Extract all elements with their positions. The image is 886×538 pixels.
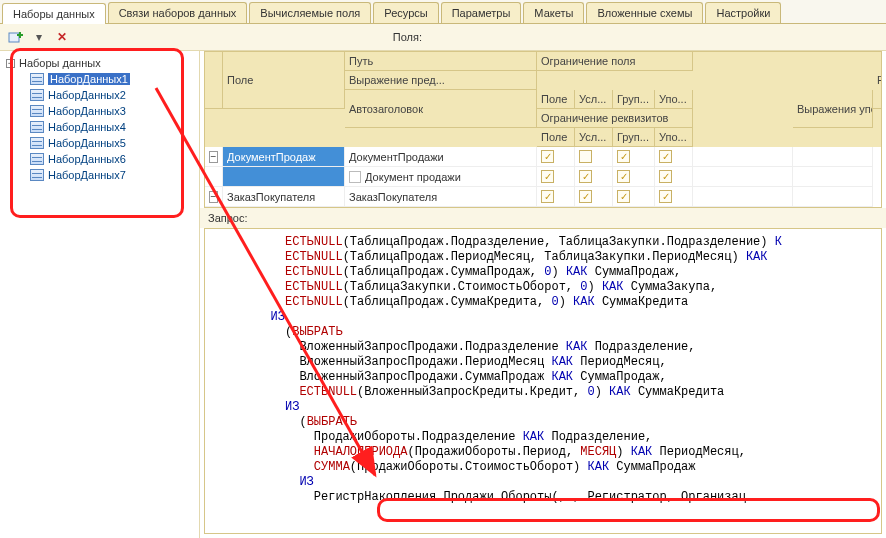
col-autocaption[interactable]: Автозаголовок <box>345 90 537 128</box>
cell-chk[interactable]: ✓ <box>575 187 613 207</box>
cell-chk[interactable]: ✓ <box>655 147 693 167</box>
tree-root-label: Наборы данных <box>19 57 101 69</box>
query-editor[interactable]: ЕСТЬNULL(ТаблицаПродаж.Подразделение, Та… <box>204 228 882 534</box>
cell-chk[interactable] <box>575 147 613 167</box>
row-expander[interactable]: − <box>205 187 223 207</box>
dataset-icon <box>30 169 44 181</box>
tree-item-dataset-7[interactable]: НаборДанных7 <box>26 167 195 183</box>
checkbox[interactable]: ✓ <box>541 170 554 183</box>
col-r2-grup[interactable]: Груп... <box>613 128 655 147</box>
add-dropdown-button[interactable]: ▾ <box>34 28 44 46</box>
tree-root[interactable]: − Наборы данных <box>4 55 195 71</box>
fields-table: Поле Путь Ограничение поля Роль Выражени… <box>204 51 882 208</box>
collapse-icon[interactable]: − <box>6 59 15 68</box>
dataset-icon <box>30 89 44 101</box>
field-subrow[interactable]: Документ продажи✓✓✓✓ <box>205 167 881 187</box>
tab-params[interactable]: Параметры <box>441 2 522 23</box>
cell-caption[interactable]: Документ продажи <box>345 167 537 187</box>
dataset-icon <box>30 153 44 165</box>
tab-resources[interactable]: Ресурсы <box>373 2 438 23</box>
toolbar: ▾ ✕ Поля: <box>0 24 886 51</box>
tree-item-label: НаборДанных5 <box>48 137 126 149</box>
tree-item-label: НаборДанных6 <box>48 153 126 165</box>
cell-expr <box>793 167 873 187</box>
col-restrict-field[interactable]: Ограничение поля <box>537 52 693 71</box>
cell-path[interactable]: ДокументПродажи <box>345 147 537 167</box>
col-r2-upo[interactable]: Упо... <box>655 128 693 147</box>
cell-chk[interactable]: ✓ <box>537 147 575 167</box>
cell-chk[interactable]: ✓ <box>613 147 655 167</box>
tree-item-dataset-6[interactable]: НаборДанных6 <box>26 151 195 167</box>
checkbox[interactable] <box>579 150 592 163</box>
tab-bar: Наборы данных Связи наборов данных Вычис… <box>0 0 886 24</box>
tab-datasets[interactable]: Наборы данных <box>2 3 106 24</box>
tab-calc[interactable]: Вычисляемые поля <box>249 2 371 23</box>
add-icon <box>8 29 24 45</box>
checkbox[interactable]: ✓ <box>541 190 554 203</box>
cell-chk[interactable]: ✓ <box>613 187 655 207</box>
row-expander[interactable]: − <box>205 147 223 167</box>
tree-item-label: НаборДанных2 <box>48 89 126 101</box>
checkbox[interactable]: ✓ <box>579 170 592 183</box>
caption-icon <box>349 171 361 183</box>
cell-field[interactable]: ЗаказПокупателя <box>223 187 345 207</box>
cell-chk[interactable]: ✓ <box>537 187 575 207</box>
tree-item-dataset-5[interactable]: НаборДанных5 <box>26 135 195 151</box>
tree-item-label: НаборДанных1 <box>48 73 130 85</box>
cell-role[interactable] <box>693 147 793 167</box>
query-label: Запрос: <box>200 208 886 228</box>
dataset-icon <box>30 137 44 149</box>
cell-expr[interactable] <box>793 147 873 167</box>
tree-item-dataset-4[interactable]: НаборДанных4 <box>26 119 195 135</box>
checkbox[interactable]: ✓ <box>579 190 592 203</box>
tab-nested[interactable]: Вложенные схемы <box>586 2 703 23</box>
tree-item-dataset-3[interactable]: НаборДанных3 <box>26 103 195 119</box>
field-row[interactable]: −ЗаказПокупателяЗаказПокупателя✓✓✓✓ <box>205 187 881 207</box>
checkbox[interactable]: ✓ <box>659 170 672 183</box>
col-r1-pole[interactable]: Поле <box>537 90 575 109</box>
checkbox[interactable]: ✓ <box>659 190 672 203</box>
col-r1-grup[interactable]: Груп... <box>613 90 655 109</box>
delete-dataset-button[interactable]: ✕ <box>52 28 72 46</box>
col-r1-usl[interactable]: Усл... <box>575 90 613 109</box>
checkbox[interactable]: ✓ <box>617 170 630 183</box>
col-restrict-req[interactable]: Ограничение реквизитов <box>537 109 693 128</box>
dataset-icon <box>30 73 44 85</box>
col-r2-usl[interactable]: Усл... <box>575 128 613 147</box>
dataset-icon <box>30 121 44 133</box>
fields-label: Поля: <box>393 31 422 43</box>
cell-chk[interactable]: ✓ <box>537 167 575 187</box>
checkbox[interactable]: ✓ <box>541 150 554 163</box>
tree-item-dataset-2[interactable]: НаборДанных2 <box>26 87 195 103</box>
checkbox[interactable]: ✓ <box>617 190 630 203</box>
cell-blank <box>205 167 223 187</box>
col-r2-pole[interactable]: Поле <box>537 128 575 147</box>
cell-chk[interactable]: ✓ <box>655 187 693 207</box>
tab-layouts[interactable]: Макеты <box>523 2 584 23</box>
tree-item-label: НаборДанных7 <box>48 169 126 181</box>
tree-item-label: НаборДанных4 <box>48 121 126 133</box>
col-expr[interactable]: Выражение пред... <box>345 71 537 90</box>
cell-chk[interactable]: ✓ <box>655 167 693 187</box>
col-expander <box>205 52 223 109</box>
tree-item-dataset-1[interactable]: НаборДанных1 <box>26 71 195 87</box>
cell-field-sub <box>223 167 345 187</box>
cell-role <box>693 167 793 187</box>
col-role[interactable]: Роль <box>873 52 882 109</box>
col-field[interactable]: Поле <box>223 52 345 109</box>
tab-settings[interactable]: Настройки <box>705 2 781 23</box>
tab-links[interactable]: Связи наборов данных <box>108 2 248 23</box>
col-r1-upo[interactable]: Упо... <box>655 90 693 109</box>
cell-chk[interactable]: ✓ <box>575 167 613 187</box>
cell-role[interactable] <box>693 187 793 207</box>
add-dataset-button[interactable] <box>6 28 26 46</box>
cell-field[interactable]: ДокументПродаж <box>223 147 345 167</box>
field-row[interactable]: −ДокументПродажДокументПродажи✓✓✓ <box>205 147 881 167</box>
cell-path[interactable]: ЗаказПокупателя <box>345 187 537 207</box>
checkbox[interactable]: ✓ <box>659 150 672 163</box>
cell-chk[interactable]: ✓ <box>613 167 655 187</box>
col-expr-order[interactable]: Выражения упорядочивания <box>793 90 873 128</box>
cell-expr[interactable] <box>793 187 873 207</box>
col-path[interactable]: Путь <box>345 52 537 71</box>
checkbox[interactable]: ✓ <box>617 150 630 163</box>
